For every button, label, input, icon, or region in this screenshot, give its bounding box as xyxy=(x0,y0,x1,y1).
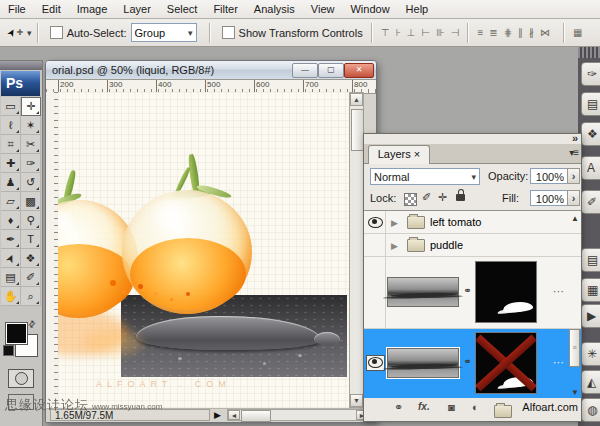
clone-stamp-tool[interactable]: ♟ xyxy=(1,173,21,192)
shape-tool[interactable]: ❖ xyxy=(21,249,41,268)
blur-tool[interactable]: ♦ xyxy=(1,211,21,230)
history-brush-tool[interactable]: ↺ xyxy=(21,173,41,192)
move-tool[interactable]: ✛ xyxy=(21,97,41,116)
auto-select-checkbox[interactable] xyxy=(50,26,63,39)
dock-palette-panel-button[interactable]: ◍ xyxy=(581,398,600,422)
dock-navigator-panel-button[interactable]: ◭ xyxy=(581,370,600,394)
menu-window[interactable]: Window xyxy=(342,3,397,15)
align-middle-icon[interactable]: ⊦ xyxy=(395,27,400,38)
dock-character-panel-button[interactable]: A xyxy=(581,156,600,180)
horizontal-scroll-thumb[interactable] xyxy=(241,410,271,422)
layer-row-puddle[interactable]: ▶ puddle xyxy=(364,234,581,257)
notes-tool[interactable]: ▤ xyxy=(1,268,21,287)
show-transform-checkbox[interactable] xyxy=(222,26,235,39)
scroll-left-icon[interactable]: ◄ xyxy=(228,410,240,420)
auto-select-dropdown[interactable]: Group ▾ xyxy=(131,23,197,42)
visibility-eye-icon[interactable] xyxy=(368,217,383,228)
mask-link-icon[interactable]: ⚭ xyxy=(463,285,471,296)
options-overflow-icon[interactable]: ▦ xyxy=(573,27,582,38)
vertical-scrollbar[interactable]: ▲ ▼ xyxy=(349,92,364,408)
panel-scroll-down-icon[interactable]: ▼ xyxy=(571,388,579,397)
layer-mask-thumbnail[interactable] xyxy=(475,261,537,323)
align-right-icon[interactable]: ⊣ xyxy=(451,27,460,38)
pen-tool[interactable]: ✒ xyxy=(1,230,21,249)
panel-scroll-thumb[interactable]: ≡ xyxy=(569,329,580,367)
dock-info-panel-button[interactable]: ▤ xyxy=(581,248,600,272)
horizontal-scrollbar[interactable]: ◄ ► xyxy=(227,409,369,421)
dock-filter-panel-button[interactable]: ✳ xyxy=(581,342,600,366)
path-selection-tool[interactable]: ➤ xyxy=(1,249,21,268)
fill-value[interactable]: 100% xyxy=(530,190,568,206)
layer-row-selected-water[interactable]: ⚭ ⋯ xyxy=(364,329,581,399)
layers-tab-close-icon[interactable]: × xyxy=(414,148,420,160)
dock-styles-panel-button[interactable]: ▤ xyxy=(581,92,600,116)
lock-all-icon[interactable] xyxy=(456,194,465,201)
crop-tool[interactable]: ⌗ xyxy=(1,135,21,154)
distribute-center-icon[interactable]: ∦ xyxy=(529,27,534,38)
visibility-column[interactable] xyxy=(364,257,386,328)
default-colors-icon[interactable] xyxy=(3,345,14,356)
tab-layers[interactable]: Layers × xyxy=(368,145,430,164)
lock-paint-icon[interactable]: ✐ xyxy=(422,191,431,204)
gradient-tool[interactable]: ▩ xyxy=(21,192,41,211)
align-center-icon[interactable]: ⊪ xyxy=(436,27,445,38)
eraser-tool[interactable]: ▱ xyxy=(1,192,21,211)
opacity-spinner-icon[interactable]: › xyxy=(567,168,580,184)
tool-preset-dropdown-arrow[interactable]: ▾ xyxy=(27,28,32,38)
scroll-down-icon[interactable]: ▼ xyxy=(350,394,363,407)
eyedropper-tool[interactable]: ✐ xyxy=(21,268,41,287)
dock-histogram-panel-button[interactable]: ▦ xyxy=(581,278,600,302)
close-button[interactable]: ✕ xyxy=(344,63,374,78)
canvas[interactable]: ALFOART . COM xyxy=(58,92,349,408)
visibility-column[interactable] xyxy=(364,234,386,256)
menu-image[interactable]: Image xyxy=(69,3,116,15)
hand-tool[interactable]: ✋ xyxy=(1,287,21,306)
panel-menu-icon[interactable]: ▾≡ xyxy=(569,147,578,158)
disabled-layer-mask-thumbnail[interactable] xyxy=(475,332,537,394)
adjustment-layer-icon[interactable]: ◐ xyxy=(472,401,479,413)
align-top-icon[interactable]: ⊤ xyxy=(381,27,390,38)
toolbox-title-bar[interactable] xyxy=(0,61,42,70)
status-menu-button[interactable]: ▶ xyxy=(214,410,221,420)
blend-mode-dropdown[interactable]: Normal ▾ xyxy=(370,168,480,185)
lock-position-icon[interactable]: ✛ xyxy=(438,191,447,204)
panel-scroll-up-icon[interactable]: ▲ xyxy=(571,214,579,223)
minimize-button[interactable]: — xyxy=(292,63,318,78)
layer-thumbnail[interactable] xyxy=(387,348,459,378)
layer-thumbnail[interactable] xyxy=(387,277,459,307)
foreground-color-swatch[interactable] xyxy=(6,323,27,344)
fill-spinner-icon[interactable]: › xyxy=(567,190,580,206)
dock-brush-panel-button[interactable]: ✑ xyxy=(581,62,600,86)
lasso-tool[interactable]: ℓ xyxy=(1,116,21,135)
layer-row-left-tomato[interactable]: ▶ left tomato ▲ xyxy=(364,211,581,234)
dock-swatches-panel-button[interactable]: ❖ xyxy=(581,122,600,146)
menu-analysis[interactable]: Analysis xyxy=(246,3,303,15)
layer-row-water-texture[interactable]: ⚭ ⋯ xyxy=(364,257,581,329)
expand-triangle-icon[interactable]: ▶ xyxy=(391,241,398,251)
dock-grip[interactable] xyxy=(578,46,600,58)
align-left-icon[interactable]: ⊢ xyxy=(421,27,430,38)
layer-name[interactable]: left tomato xyxy=(430,216,481,228)
visibility-eye-icon[interactable] xyxy=(368,357,383,368)
menu-filter[interactable]: Filter xyxy=(205,3,245,15)
menu-select[interactable]: Select xyxy=(159,3,206,15)
menu-layer[interactable]: Layer xyxy=(115,3,159,15)
menu-help[interactable]: Help xyxy=(398,3,437,15)
quick-mask-button[interactable] xyxy=(8,369,34,388)
maximize-button[interactable]: ▢ xyxy=(318,63,344,78)
rectangular-marquee-tool[interactable]: ▭ xyxy=(1,97,21,116)
collapse-dock-icon[interactable]: » xyxy=(572,132,578,144)
new-group-icon[interactable] xyxy=(494,405,512,418)
slice-tool[interactable]: ✂ xyxy=(21,135,41,154)
layer-name[interactable]: puddle xyxy=(430,239,463,251)
distribute-top-icon[interactable]: ≡ xyxy=(477,27,483,38)
distribute-middle-icon[interactable]: ≣ xyxy=(489,27,497,38)
add-layer-mask-icon[interactable]: ◙ xyxy=(448,401,455,413)
distribute-right-icon[interactable]: ⋈ xyxy=(540,27,550,38)
swap-colors-icon[interactable]: ⇄ xyxy=(26,318,38,330)
opacity-value[interactable]: 100% xyxy=(530,168,568,184)
document-title-bar[interactable]: orial.psd @ 50% (liquid, RGB/8#) — ▢ ✕ xyxy=(46,61,376,79)
dock-color-panel-button[interactable]: ✐ xyxy=(581,190,600,214)
lock-transparency-icon[interactable] xyxy=(404,193,417,206)
scroll-up-icon[interactable]: ▲ xyxy=(350,93,363,106)
